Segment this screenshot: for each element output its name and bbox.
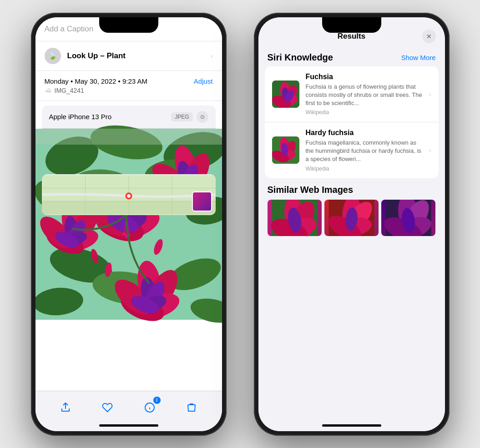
- notch: [99, 17, 158, 33]
- hardy-fuchsia-chevron-icon: ›: [429, 146, 431, 154]
- fuchsia-source: Wikipedia: [306, 109, 423, 116]
- fuchsia-text: Fuchsia Fuchsia is a genus of flowering …: [306, 73, 423, 116]
- exif-ev: 0 ev: [111, 156, 147, 166]
- phone-2-screen: 🍃 Results ✕ Siri Knowledge Show: [258, 17, 445, 431]
- camera-name: Wide Camera — 26 mm ƒ1.5: [49, 132, 208, 139]
- location-icon: ⊙: [197, 111, 208, 123]
- web-images-row: [268, 200, 436, 236]
- fuchsia-chevron-icon: ›: [429, 91, 431, 98]
- fuchsia-desc: Fuchsia is a genus of flowering plants t…: [306, 83, 423, 108]
- phone-2: 🍃 Results ✕ Siri Knowledge Show: [254, 13, 450, 436]
- vibrant-badge: VIBRANT: [177, 141, 208, 148]
- phone2-notch: [322, 17, 381, 33]
- share-button[interactable]: [56, 398, 76, 418]
- format-badge: JPEG: [171, 112, 192, 121]
- photo-info-section: Monday • May 30, 2022 • 9:23 AM Adjust ☁…: [35, 71, 222, 101]
- caption-placeholder: Add a Caption: [45, 25, 94, 33]
- map-area[interactable]: [42, 174, 216, 215]
- siri-knowledge-title: Siri Knowledge: [268, 52, 333, 63]
- home-indicator: [99, 424, 158, 427]
- exif-row: ISO 50 26 mm 0 ev ƒ1.5 1/181 s: [42, 152, 216, 170]
- web-image-3[interactable]: [381, 200, 435, 236]
- photo-date: Monday • May 30, 2022 • 9:23 AM: [45, 77, 147, 85]
- exif-focal: 26 mm: [76, 156, 111, 166]
- hardy-fuchsia-desc: Fuchsia magellanica, commonly known as t…: [306, 139, 423, 164]
- device-section: Apple iPhone 13 Pro JPEG ⊙ Wide Camera —…: [42, 106, 216, 170]
- phone2-home-indicator: [322, 424, 381, 427]
- hardy-fuchsia-thumbnail: [272, 136, 299, 164]
- hardy-fuchsia-text: Hardy fuchsia Fuchsia magellanica, commo…: [306, 129, 423, 172]
- results-sheet: Results ✕ Siri Knowledge Show More: [258, 17, 445, 431]
- adjust-button[interactable]: Adjust: [194, 77, 213, 85]
- delete-button[interactable]: [182, 398, 202, 418]
- exif-iso: ISO 50: [42, 156, 77, 166]
- device-name: Apple iPhone 13 Pro: [49, 113, 112, 121]
- siri-knowledge-header: Siri Knowledge Show More: [258, 48, 445, 66]
- camera-specs: Wide Camera — 26 mm ƒ1.5 12 MP • 3024 × …: [42, 128, 216, 152]
- knowledge-item-fuchsia[interactable]: Fuchsia Fuchsia is a genus of flowering …: [265, 66, 439, 123]
- phone-1-screen: Add a Caption 🍃 Look Up – Plant › Monday: [35, 17, 222, 431]
- cloud-icon: ☁️: [45, 87, 52, 94]
- show-more-button[interactable]: Show More: [401, 54, 436, 61]
- lookup-label: Look Up – Plant: [67, 51, 126, 60]
- exif-aperture: ƒ1.5: [146, 156, 181, 166]
- web-image-2[interactable]: [324, 200, 379, 236]
- web-images-title: Similar Web Images: [268, 185, 436, 195]
- lookup-chevron-icon: ›: [211, 52, 213, 60]
- hardy-fuchsia-source: Wikipedia: [306, 166, 423, 172]
- phone-1: Add a Caption 🍃 Look Up – Plant › Monday: [31, 13, 227, 436]
- web-images-section: Similar Web Images: [258, 178, 445, 240]
- filename: IMG_4241: [55, 87, 84, 94]
- web-image-1[interactable]: [268, 200, 322, 236]
- info-button[interactable]: i: [140, 398, 160, 418]
- fuchsia-thumbnail: [272, 81, 299, 108]
- results-title: Results: [281, 32, 422, 41]
- lookup-icon: 🍃: [45, 48, 61, 64]
- camera-resolution: 12 MP • 3024 × 4032 • 3.5 MB: [49, 141, 129, 148]
- hardy-fuchsia-name: Hardy fuchsia: [306, 129, 423, 137]
- knowledge-item-hardy-fuchsia[interactable]: Hardy fuchsia Fuchsia magellanica, commo…: [265, 122, 439, 178]
- knowledge-card: Fuchsia Fuchsia is a genus of flowering …: [265, 66, 439, 178]
- info-badge-dot: i: [153, 397, 161, 404]
- device-row: Apple iPhone 13 Pro JPEG ⊙: [42, 106, 216, 128]
- lookup-row[interactable]: 🍃 Look Up – Plant ›: [35, 41, 222, 71]
- fuchsia-name: Fuchsia: [306, 73, 423, 81]
- svg-point-67: [127, 194, 131, 198]
- close-button[interactable]: ✕: [422, 30, 436, 43]
- favorite-button[interactable]: [97, 398, 117, 418]
- exif-shutter: 1/181 s: [181, 156, 216, 166]
- phones-container: Add a Caption 🍃 Look Up – Plant › Monday: [31, 13, 450, 436]
